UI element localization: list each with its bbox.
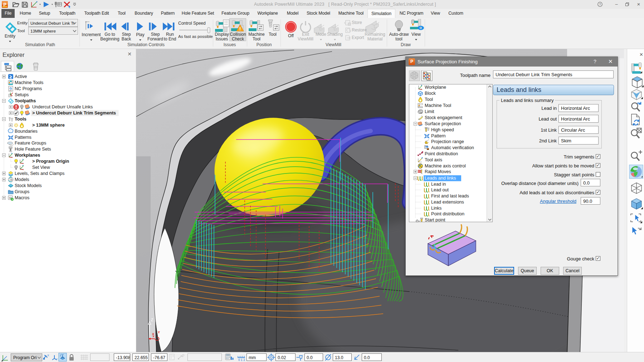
- svg-text:Undercut Deburr Unsafe Links: Undercut Deburr Unsafe Links: [32, 104, 93, 109]
- svg-text:Pattern: Pattern: [431, 133, 446, 138]
- svg-text:Z: Z: [151, 318, 153, 322]
- svg-text:> Program Origin: > Program Origin: [32, 159, 69, 164]
- svg-text:Models: Models: [15, 177, 29, 182]
- svg-text:> 13MM sphere: > 13MM sphere: [32, 123, 65, 128]
- svg-text:Machine Tools: Machine Tools: [15, 80, 43, 85]
- svg-text:> Undercut Deburr Link Trim Se: > Undercut Deburr Link Trim Segments: [32, 111, 116, 116]
- svg-text:Feature Groups: Feature Groups: [15, 141, 46, 146]
- svg-text:High speed: High speed: [431, 127, 454, 132]
- svg-text:Leads and links: Leads and links: [425, 176, 456, 181]
- svg-text:Machine axis control: Machine axis control: [425, 163, 466, 168]
- svg-text:Limit: Limit: [425, 109, 434, 114]
- svg-text:Automatic verification: Automatic verification: [431, 145, 474, 150]
- svg-text:Y: Y: [158, 331, 160, 334]
- svg-text:Toolpaths: Toolpaths: [15, 98, 36, 103]
- svg-text:Tools: Tools: [15, 117, 26, 122]
- svg-text:Start point: Start point: [425, 217, 445, 222]
- svg-text:Lead out: Lead out: [431, 187, 449, 192]
- svg-text:x: x: [172, 354, 174, 357]
- svg-text:Stock Models: Stock Models: [15, 183, 42, 188]
- svg-text:Workplane: Workplane: [425, 85, 446, 90]
- svg-text:Macros: Macros: [15, 195, 29, 200]
- svg-text:Levels, Sets and Clamps: Levels, Sets and Clamps: [15, 171, 64, 176]
- svg-text:Y: Y: [56, 358, 58, 361]
- svg-text:Lead in: Lead in: [431, 182, 446, 187]
- svg-text:Stock engagement: Stock engagement: [425, 115, 463, 120]
- svg-text:Patterns: Patterns: [15, 135, 31, 140]
- svg-text:Surface projection: Surface projection: [425, 121, 461, 126]
- svg-text:G: G: [9, 87, 12, 90]
- svg-text:!: !: [239, 26, 241, 31]
- svg-text:Hole Feature Sets: Hole Feature Sets: [15, 147, 51, 152]
- svg-text:Groups: Groups: [15, 189, 29, 194]
- svg-text:Machine Tool: Machine Tool: [425, 103, 451, 108]
- svg-text:Tool: Tool: [425, 97, 433, 102]
- svg-text:Projection range: Projection range: [431, 139, 464, 144]
- svg-text:Rapid Moves: Rapid Moves: [425, 169, 451, 174]
- svg-text:Block: Block: [425, 91, 436, 96]
- svg-text:Links: Links: [431, 206, 441, 211]
- svg-text:Boundaries: Boundaries: [15, 129, 38, 134]
- svg-text:X: X: [152, 332, 154, 336]
- svg-text:Point distribution: Point distribution: [425, 151, 458, 156]
- svg-text:Set View: Set View: [32, 165, 50, 170]
- svg-text:Point distribution: Point distribution: [431, 211, 464, 216]
- svg-text:0 1 2: 0 1 2: [238, 358, 245, 362]
- svg-text:Tool axis: Tool axis: [425, 157, 442, 162]
- svg-text:X: X: [47, 354, 49, 357]
- svg-text:?: ?: [599, 3, 601, 6]
- svg-text:✕: ✕: [639, 52, 643, 57]
- svg-text:Lead extensions: Lead extensions: [431, 200, 464, 205]
- svg-text:NC Programs: NC Programs: [15, 86, 42, 91]
- svg-text:First and last leads: First and last leads: [431, 194, 469, 199]
- svg-text:Setups: Setups: [15, 92, 29, 97]
- svg-text:Active: Active: [15, 74, 27, 79]
- svg-text:Z: Z: [60, 354, 62, 357]
- svg-text:Workplanes: Workplanes: [15, 153, 40, 158]
